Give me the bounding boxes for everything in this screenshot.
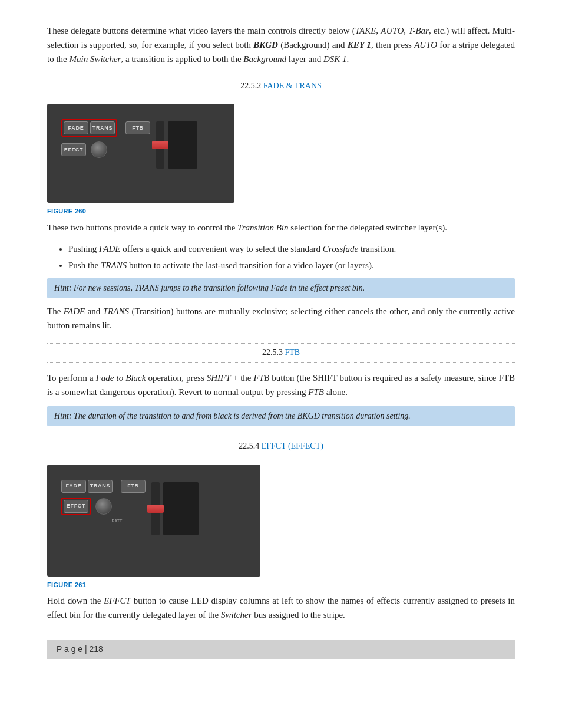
- rate-label: RATE: [88, 518, 146, 524]
- section-254-title-link: EFFCT (EFFECT): [262, 442, 323, 450]
- para-after-260: These two buttons provide a quick way to…: [47, 220, 515, 235]
- section-225-number: 22.5.2: [240, 81, 261, 90]
- knob-fig260: [91, 141, 107, 158]
- section-253-header: 22.5.3 FTB: [47, 346, 515, 359]
- fade-trans-group: FADE TRANS: [61, 119, 117, 137]
- para-effct: Hold down the EFFCT button to cause LED …: [47, 594, 515, 622]
- figure-261-container: FADE TRANS FTB EFFCT RATE: [47, 465, 515, 591]
- bullets-list: Pushing FADE offers a quick and convenie…: [68, 242, 515, 272]
- figure-260-container: FADE TRANS FTB EFFCT: [47, 104, 515, 217]
- panel-top-row-261: FADE TRANS FTB: [61, 480, 146, 493]
- section-254-number: 22.5.4: [239, 442, 259, 450]
- hint-box-2: Hint: The duration of the transition to …: [47, 406, 515, 426]
- section-253-number: 22.5.3: [262, 348, 283, 357]
- figure-261-left: FADE TRANS FTB EFFCT RATE: [61, 480, 146, 524]
- figure-260-right: [156, 121, 197, 169]
- section-253-title-link: FTB: [285, 348, 300, 357]
- intro-paragraph: These delegate buttons determine what vi…: [47, 24, 515, 66]
- tbar-stick-261: [151, 482, 160, 535]
- page-content: These delegate buttons determine what vi…: [0, 0, 562, 683]
- section-254-header: 22.5.4 EFFCT (EFFECT): [47, 440, 515, 453]
- hint-box-1: Hint: For new sessions, TRANS jumps to t…: [47, 278, 515, 298]
- figure-260-inner: FADE TRANS FTB EFFCT: [57, 114, 225, 173]
- page-number: P a g e | 218: [57, 644, 103, 654]
- trans-button-fig260[interactable]: TRANS: [90, 121, 115, 134]
- tbar-handle: [152, 141, 168, 149]
- knob-fig261: [95, 498, 112, 515]
- panel-bottom-row: EFFCT: [61, 141, 150, 158]
- fader-area: [168, 121, 197, 169]
- bullet-fade: Pushing FADE offers a quick and convenie…: [68, 242, 515, 256]
- bullet-trans: Push the TRANS button to activate the la…: [68, 258, 515, 272]
- section-225-header: 22.5.2 FADE & TRANS: [47, 80, 515, 93]
- para-fade-trans: The FADE and TRANS (Transition) buttons …: [47, 304, 515, 332]
- tbar-container-261: [151, 482, 160, 535]
- para-ftb: To perform a Fade to Black operation, pr…: [47, 371, 515, 399]
- figure-261-inner: FADE TRANS FTB EFFCT RATE: [57, 475, 251, 540]
- figure-260-label: FIGURE 260: [47, 206, 515, 217]
- figure-260-image: FADE TRANS FTB EFFCT: [47, 104, 234, 203]
- figure-261-image: FADE TRANS FTB EFFCT RATE: [47, 465, 260, 577]
- panel-bottom-row-261: EFFCT: [61, 498, 146, 515]
- effct-group: EFFCT: [61, 498, 91, 515]
- fade-button-fig261[interactable]: FADE: [61, 480, 86, 493]
- footer-bar: P a g e | 218: [47, 640, 515, 658]
- tbar-container: [156, 121, 164, 169]
- fade-button-fig260[interactable]: FADE: [64, 121, 88, 134]
- section-divider-bottom-253: [47, 362, 515, 363]
- tbar-stick: [156, 121, 164, 169]
- section-divider-bottom-225: [47, 95, 515, 95]
- effct-button-fig260[interactable]: EFFCT: [61, 143, 86, 156]
- effct-button-fig261[interactable]: EFFCT: [64, 500, 88, 513]
- figure-261-label: FIGURE 261: [47, 580, 515, 591]
- section-divider-top-254: [47, 437, 515, 437]
- figure-260-left: FADE TRANS FTB EFFCT: [61, 119, 150, 158]
- section-225-title-link: FADE & TRANS: [263, 81, 322, 90]
- figure-261-right: [151, 482, 199, 535]
- section-divider-bottom-254: [47, 456, 515, 456]
- section-divider-top-225: [47, 77, 515, 77]
- fade-trans-plain-group: FADE TRANS: [61, 480, 113, 493]
- trans-button-fig261[interactable]: TRANS: [88, 480, 113, 493]
- ftb-button-fig261[interactable]: FTB: [121, 480, 146, 493]
- ftb-button-fig260[interactable]: FTB: [125, 121, 150, 134]
- section-divider-top-253: [47, 343, 515, 344]
- fader-area-261: [163, 482, 199, 535]
- tbar-handle-261: [147, 505, 164, 513]
- panel-top-row: FADE TRANS FTB: [61, 119, 150, 137]
